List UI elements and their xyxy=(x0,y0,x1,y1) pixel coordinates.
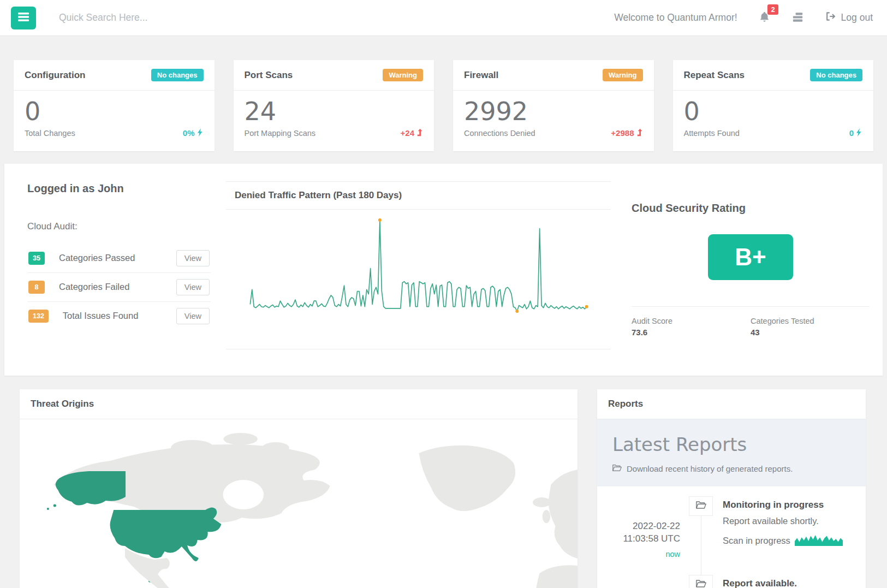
map-alaska xyxy=(56,471,126,506)
bottom-row: Threat Origins xyxy=(20,389,866,588)
logout-icon xyxy=(825,11,836,25)
map-iceland xyxy=(533,497,551,507)
map-greenland xyxy=(419,446,515,511)
lightning-icon xyxy=(197,128,204,138)
map-africa xyxy=(534,565,578,588)
stat-delta: +24 xyxy=(401,128,414,138)
threat-origins-card: Threat Origins xyxy=(20,389,578,588)
categories-tested-label: Categories Tested xyxy=(751,317,870,325)
stat-cards-row: Configuration No changes 0 Total Changes… xyxy=(14,60,873,151)
top-bar: Welcome to Quantum Armor! 2 Log out xyxy=(0,0,887,36)
hamburger-icon xyxy=(18,13,29,23)
security-grade-box: B+ xyxy=(708,234,793,280)
report-item-body: Report available shortly. xyxy=(723,516,855,526)
latest-reports-title: Latest Reports xyxy=(612,433,850,455)
view-passed-button[interactable]: View xyxy=(176,250,210,266)
stat-delta: +2988 xyxy=(611,128,634,138)
audit-score-stat: Audit Score 73.6 xyxy=(632,317,751,337)
map-arctic-island xyxy=(262,442,289,453)
world-map[interactable] xyxy=(20,419,578,588)
status-badge: No changes xyxy=(151,69,204,81)
map-arctic-island xyxy=(224,433,258,445)
lightning-icon xyxy=(856,128,862,138)
stat-card-title: Port Scans xyxy=(245,70,293,81)
stat-delta: 0% xyxy=(183,128,195,138)
stat-card-title: Configuration xyxy=(25,70,85,81)
report-item: Report available. xyxy=(597,575,866,588)
report-timestamp: 2022-02-22 11:03:58 UTC now xyxy=(597,496,680,560)
count-badge: 35 xyxy=(28,252,45,265)
audit-score-label: Audit Score xyxy=(632,317,751,325)
stat-card-port-scans: Port Scans Warning 24 Port Mapping Scans… xyxy=(234,60,434,151)
stat-label: Connections Denied xyxy=(464,129,535,138)
stat-card-firewall: Firewall Warning 2992 Connections Denied… xyxy=(453,60,654,151)
logged-in-title: Logged in as John xyxy=(27,182,211,195)
stat-card-title: Repeat Scans xyxy=(684,70,745,81)
menu-toggle-button[interactable] xyxy=(11,7,36,29)
report-item: 2022-02-22 11:03:58 UTC now Monitoring i… xyxy=(597,496,866,575)
stat-label: Total Changes xyxy=(25,129,75,138)
audit-row-failed: 8 Categories Failed View xyxy=(27,273,211,302)
report-time: 11:03:58 UTC xyxy=(597,533,680,545)
folder-open-icon xyxy=(696,579,706,588)
stat-value: 24 xyxy=(245,97,424,126)
report-download-button[interactable] xyxy=(689,496,713,516)
audit-row-label: Total Issues Found xyxy=(63,311,139,321)
map-britain xyxy=(543,510,551,523)
map-aleutians xyxy=(47,508,49,510)
stat-label: Port Mapping Scans xyxy=(245,129,316,138)
stat-value: 2992 xyxy=(464,97,643,126)
stat-card-configuration: Configuration No changes 0 Total Changes… xyxy=(14,60,215,151)
reports-card: Reports Latest Reports Download recent h… xyxy=(597,389,866,588)
server-logs-button[interactable] xyxy=(791,11,804,25)
search-input[interactable] xyxy=(59,12,614,23)
report-item-title: Report available. xyxy=(723,578,855,588)
folder-open-icon xyxy=(696,501,706,512)
latest-reports-subtitle: Download recent history of generated rep… xyxy=(627,464,793,473)
reports-timeline: 2022-02-22 11:03:58 UTC now Monitoring i… xyxy=(597,486,866,588)
denied-traffic-chart xyxy=(226,210,611,349)
view-issues-button[interactable]: View xyxy=(176,308,210,324)
audit-row-label: Categories Passed xyxy=(59,253,135,263)
report-timestamp xyxy=(597,575,680,588)
notification-count-badge: 2 xyxy=(767,4,778,15)
report-date: 2022-02-22 xyxy=(597,520,680,533)
map-europe xyxy=(549,470,578,559)
cloud-security-rating-panel: Cloud Security Rating B+ Audit Score 73.… xyxy=(611,171,870,359)
level-up-arrow-icon xyxy=(636,128,643,138)
count-badge: 132 xyxy=(28,310,49,323)
categories-tested-value: 43 xyxy=(751,328,870,337)
view-failed-button[interactable]: View xyxy=(176,279,210,295)
audit-row-issues: 132 Total Issues Found View xyxy=(27,302,211,330)
report-relative-time: now xyxy=(597,549,680,560)
count-badge: 8 xyxy=(28,281,45,294)
dashboard-main-panel: Logged in as John Cloud Audit: 35 Catego… xyxy=(4,164,883,376)
stat-card-repeat-scans: Repeat Scans No changes 0 Attempts Found… xyxy=(673,60,874,151)
report-item-title: Monitoring in progress xyxy=(723,500,855,510)
audit-score-value: 73.6 xyxy=(632,328,751,337)
folder-open-icon xyxy=(612,464,622,473)
threat-origins-title: Threat Origins xyxy=(31,399,94,409)
status-badge: No changes xyxy=(810,69,862,81)
cloud-audit-panel: Logged in as John Cloud Audit: 35 Catego… xyxy=(17,171,226,359)
categories-tested-stat: Categories Tested 43 xyxy=(751,317,870,337)
audit-row-label: Categories Failed xyxy=(59,282,129,292)
report-download-button[interactable] xyxy=(689,575,713,588)
stat-value: 0 xyxy=(25,97,204,126)
reports-title: Reports xyxy=(608,399,643,409)
welcome-text: Welcome to Quantum Armor! xyxy=(614,12,737,23)
stat-card-title: Firewall xyxy=(464,70,498,81)
stat-delta: 0 xyxy=(849,128,854,138)
latest-reports-hero: Latest Reports Download recent history o… xyxy=(597,419,866,486)
denied-traffic-panel: Denied Traffic Pattern (Past 180 Days) xyxy=(226,171,611,359)
status-badge: Warning xyxy=(383,69,423,81)
stat-value: 0 xyxy=(684,97,863,126)
logout-label: Log out xyxy=(841,12,873,23)
notifications-button[interactable]: 2 xyxy=(758,11,771,25)
level-up-arrow-icon xyxy=(416,128,423,138)
scan-progress-sparkline xyxy=(795,533,843,546)
report-status-text: Scan in progress xyxy=(723,536,790,546)
logout-button[interactable]: Log out xyxy=(825,11,873,25)
rating-title: Cloud Security Rating xyxy=(632,202,870,215)
security-grade: B+ xyxy=(735,243,766,271)
